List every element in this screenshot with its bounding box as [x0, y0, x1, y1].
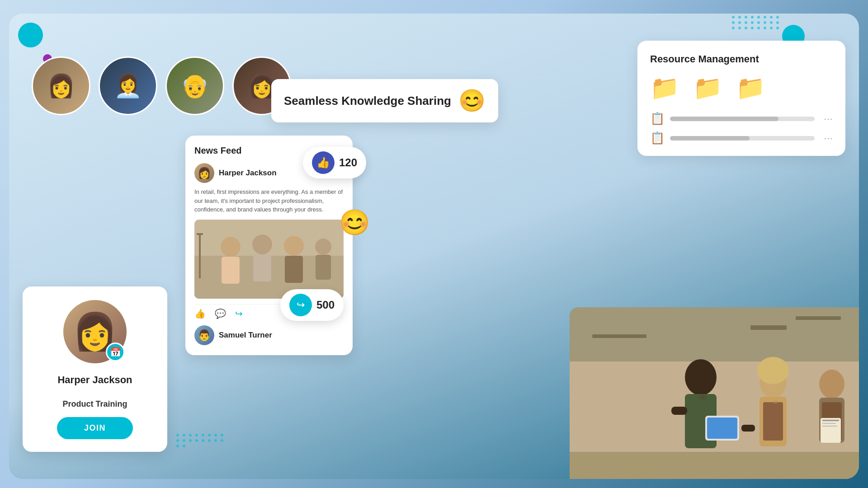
svg-rect-15: [750, 325, 787, 330]
share-circle-icon: ↪: [289, 294, 312, 316]
colleagues-svg: [570, 307, 859, 479]
file-icon-1: 📋: [650, 112, 665, 126]
svg-rect-7: [285, 256, 303, 283]
svg-rect-16: [796, 316, 841, 320]
avatar-1: 👩: [32, 56, 90, 115]
dotted-pattern-bottom: [176, 434, 224, 447]
feed-post-2-author: Samuel Turner: [219, 331, 272, 340]
svg-point-6: [284, 236, 304, 256]
avatar-1-face: 👩: [33, 58, 89, 114]
resource-management-title: Resource Management: [650, 53, 833, 65]
avatar-2-face: 👩‍💼: [100, 58, 156, 114]
svg-rect-32: [821, 418, 841, 443]
profile-card: 👩 📅 Harper Jackson Product Training JOIN: [23, 286, 167, 452]
join-button[interactable]: JOIN: [57, 417, 133, 439]
colleagues-photo: [570, 307, 859, 479]
resource-file-row-2[interactable]: 📋 ⋯: [650, 131, 833, 145]
file-bar-fill-1: [670, 117, 778, 121]
knowledge-card-title: Seamless Knowledge Sharing: [284, 94, 451, 108]
resource-file-row-1[interactable]: 📋 ⋯: [650, 112, 833, 126]
knowledge-card-emoji: 😊: [458, 88, 486, 113]
profile-badge-icon: 📅: [110, 347, 121, 357]
resource-management-panel: Resource Management 📁 📁 📁 📋 ⋯ 📋 ⋯: [637, 41, 845, 156]
avatar-3: 👴: [165, 56, 224, 115]
file-bar-fill-2: [670, 136, 750, 141]
feed-post-1-text: In retail, first impressions are everyth…: [194, 188, 344, 214]
avatar-3-face: 👴: [167, 58, 223, 114]
file-icon-2: 📋: [650, 131, 665, 145]
feed-post-1-image: [194, 220, 344, 299]
svg-rect-34: [822, 423, 836, 424]
svg-point-37: [773, 400, 778, 404]
svg-rect-33: [822, 420, 839, 421]
feed-avatar-1: 👩: [194, 163, 214, 183]
svg-point-19: [685, 359, 717, 395]
svg-rect-10: [199, 233, 201, 278]
knowledge-sharing-card: Seamless Knowledge Sharing 😊: [271, 79, 498, 122]
folder-icon-2[interactable]: 📁: [693, 74, 722, 102]
svg-rect-9: [316, 255, 331, 280]
folder-icon-1[interactable]: 📁: [650, 74, 679, 102]
svg-rect-24: [707, 418, 737, 439]
resource-files-list: 📋 ⋯ 📋 ⋯: [650, 112, 833, 145]
svg-point-28: [819, 370, 844, 399]
more-options-2[interactable]: ⋯: [824, 133, 833, 144]
colleagues-photo-inner: [570, 307, 859, 479]
svg-rect-35: [822, 426, 837, 427]
svg-rect-22: [741, 425, 755, 432]
svg-rect-21: [671, 407, 687, 415]
avatar-row: 👩 👩‍💼 👴 👩: [32, 56, 291, 115]
svg-rect-5: [253, 254, 271, 282]
dotted-pattern-top: [732, 16, 780, 29]
share-badge: ↪ 500: [280, 289, 344, 321]
feed-image-svg: [194, 220, 344, 299]
feed-like-button[interactable]: 👍: [194, 308, 206, 319]
dot-teal-top-left-icon: [18, 23, 43, 47]
svg-point-27: [757, 357, 789, 384]
svg-rect-17: [592, 334, 646, 338]
svg-point-2: [221, 237, 241, 257]
share-count: 500: [316, 299, 335, 311]
file-bar-1: [670, 117, 815, 121]
svg-point-36: [699, 395, 707, 400]
share-icon: ↪: [297, 299, 305, 311]
svg-rect-11: [197, 233, 203, 235]
svg-point-4: [252, 235, 272, 254]
avatar-2: 👩‍💼: [99, 56, 157, 115]
profile-name: Harper Jackson: [57, 374, 132, 386]
svg-rect-3: [222, 257, 240, 284]
more-options-1[interactable]: ⋯: [824, 113, 833, 124]
like-circle-icon: 👍: [312, 151, 335, 174]
feed-post-2-user-row: 👨 Samuel Turner: [194, 325, 344, 345]
folder-icon-3[interactable]: 📁: [736, 74, 765, 102]
file-bar-2: [670, 136, 815, 141]
profile-avatar-wrapper: 👩 📅: [63, 300, 127, 363]
floating-emoji: 😊: [339, 208, 370, 237]
main-card: 👩 👩‍💼 👴 👩 Seamless Knowledge Sharing 😊 R…: [9, 14, 859, 479]
like-icon: 👍: [316, 156, 330, 169]
feed-avatar-2: 👨: [194, 325, 214, 345]
svg-rect-30: [763, 402, 783, 441]
folder-row: 📁 📁 📁: [650, 74, 833, 102]
like-count: 120: [339, 156, 357, 169]
profile-badge: 📅: [106, 343, 125, 361]
feed-share-button[interactable]: ↪: [235, 308, 243, 319]
svg-rect-18: [570, 452, 859, 479]
svg-point-8: [315, 239, 331, 255]
profile-role: Product Training: [62, 399, 127, 409]
like-badge: 👍 120: [303, 147, 366, 178]
feed-post-1-author: Harper Jackson: [219, 169, 277, 178]
feed-comment-button[interactable]: 💬: [215, 308, 226, 319]
